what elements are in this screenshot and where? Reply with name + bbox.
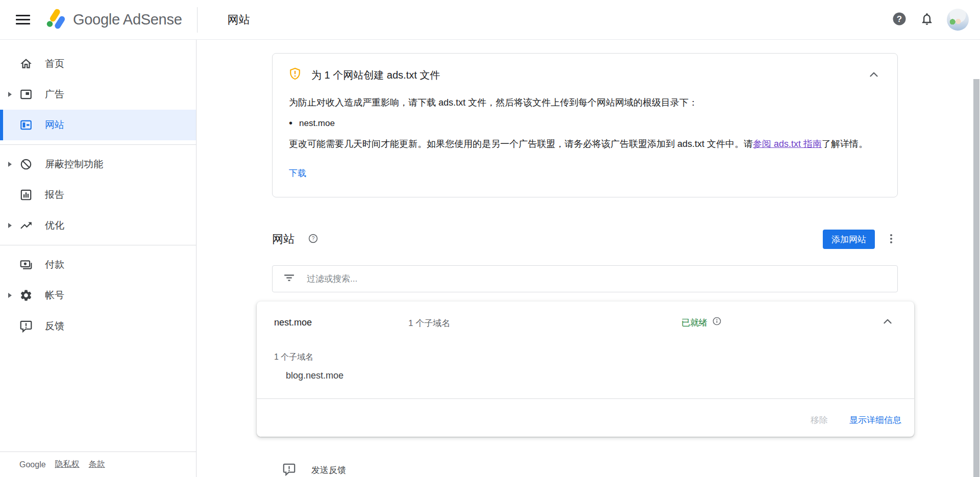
sidebar-item-home[interactable]: 首页 [0, 48, 196, 79]
google-brand-label: Google [19, 460, 46, 469]
expand-arrow-icon [8, 92, 12, 97]
sidebar-item-label: 付款 [45, 258, 64, 271]
bar-chart-icon [19, 188, 33, 202]
adstxt-alert-card: 为 1 个网站创建 ads.txt 文件 为防止对收入造成严重影响，请下载 ad… [272, 53, 898, 197]
adsense-logo-icon [43, 7, 67, 33]
sidebar-item-blocking-controls[interactable]: 屏蔽控制功能 [0, 149, 196, 180]
notifications-button[interactable] [920, 12, 934, 28]
sites-icon [19, 118, 33, 132]
site-card-footer: 移除 显示详细信息 [257, 399, 914, 441]
subdomain-count: 1 个子域名 [408, 317, 450, 329]
bell-icon [920, 12, 934, 28]
alert-site-item: nest.moe [289, 117, 881, 129]
svg-text:?: ? [897, 14, 902, 24]
feedback-bubble-icon [19, 319, 33, 333]
show-details-button[interactable]: 显示详细信息 [843, 410, 908, 431]
sidebar-item-label: 反馈 [45, 319, 64, 333]
expanded-subdomain-label: 1 个子域名 [274, 352, 914, 363]
site-collapse-button[interactable] [877, 313, 898, 331]
sidebar-item-account[interactable]: 帐号 [0, 280, 196, 311]
terms-link[interactable]: 条款 [89, 459, 105, 470]
alert-site-list: nest.moe [273, 117, 897, 129]
expand-arrow-icon [8, 223, 12, 228]
sidebar: 首页 广告 网站 屏蔽控制功能 报告 [0, 40, 197, 477]
info-icon[interactable] [712, 316, 722, 329]
ads-icon [19, 88, 33, 101]
help-icon: ? [892, 11, 907, 28]
sites-section-header: 网站 ? 添加网站 [272, 229, 898, 250]
site-domain: nest.moe [274, 317, 312, 328]
gear-icon [19, 289, 33, 302]
alert-title: 为 1 个网站创建 ads.txt 文件 [311, 68, 440, 82]
product-name: Google AdSense [73, 11, 182, 28]
top-app-bar: Google AdSense 网站 ? [0, 0, 980, 40]
add-site-button[interactable]: 添加网站 [823, 230, 875, 249]
send-feedback-button[interactable]: 发送反馈 [282, 462, 346, 477]
feedback-bubble-icon [282, 462, 296, 477]
sidebar-item-label: 网站 [45, 118, 64, 132]
vertical-dots-icon [885, 233, 897, 246]
privacy-link[interactable]: 隐私权 [55, 459, 80, 470]
sidebar-item-optimization[interactable]: 优化 [0, 210, 196, 241]
remove-button[interactable]: 移除 [804, 410, 834, 431]
filter-input[interactable] [307, 274, 887, 284]
sidebar-item-label: 首页 [45, 57, 64, 70]
alert-collapse-button[interactable] [864, 66, 884, 84]
alert-note-before: 更改可能需要几天时间才能更新。如果您使用的是另一个广告联盟，请务必将该广告联盟添… [289, 139, 753, 149]
sidebar-divider [0, 245, 196, 245]
chevron-up-icon [867, 68, 880, 83]
site-card: nest.moe 1 个子域名 已就绪 1 个子域名 blog.nest.moe… [257, 302, 914, 437]
trending-up-icon [19, 219, 33, 232]
alert-body-text: 为防止对收入造成严重影响，请下载 ads.txt 文件，然后将该文件上传到每个网… [273, 96, 897, 109]
avatar[interactable] [947, 9, 969, 31]
scrollbar-thumb[interactable] [973, 79, 979, 477]
topbar-divider [197, 7, 198, 33]
filter-icon [283, 271, 296, 286]
sites-help-icon[interactable]: ? [308, 233, 318, 246]
block-icon [19, 158, 33, 171]
site-card-header[interactable]: nest.moe 1 个子域名 已就绪 [257, 302, 914, 342]
subdomain-item[interactable]: blog.nest.moe [286, 370, 914, 381]
sidebar-item-feedback[interactable]: 反馈 [0, 311, 196, 341]
filter-bar [272, 265, 898, 292]
sidebar-item-payments[interactable]: 付款 [0, 249, 196, 280]
feedback-label: 发送反馈 [311, 464, 346, 476]
payments-icon [19, 258, 33, 271]
sidebar-item-label: 屏蔽控制功能 [45, 158, 103, 171]
sites-title: 网站 [272, 232, 295, 247]
sidebar-item-label: 报告 [45, 188, 64, 202]
svg-text:?: ? [312, 236, 315, 241]
adsense-logo[interactable]: Google AdSense [43, 7, 182, 33]
sidebar-item-label: 帐号 [45, 289, 64, 302]
home-icon [19, 57, 33, 70]
status-badge: 已就绪 [681, 316, 722, 329]
sidebar-footer: Google 隐私权 条款 [0, 451, 196, 477]
sidebar-item-reports[interactable]: 报告 [0, 180, 196, 210]
page-title: 网站 [227, 12, 250, 28]
sidebar-item-label: 广告 [45, 88, 64, 101]
sidebar-item-ads[interactable]: 广告 [0, 79, 196, 110]
alert-note-text: 更改可能需要几天时间才能更新。如果您使用的是另一个广告联盟，请务必将该广告联盟添… [273, 138, 897, 150]
warning-shield-icon [288, 67, 302, 83]
hamburger-menu-icon[interactable] [16, 14, 31, 26]
alert-note-after: 了解详情。 [822, 139, 868, 149]
download-button[interactable]: 下载 [281, 163, 314, 184]
expand-arrow-icon [8, 162, 12, 167]
chevron-up-icon [881, 315, 894, 330]
sidebar-item-sites[interactable]: 网站 [0, 110, 196, 140]
help-button[interactable]: ? [892, 11, 907, 28]
main-content: 为 1 个网站创建 ads.txt 文件 为防止对收入造成严重影响，请下载 ad… [197, 40, 980, 477]
sidebar-divider [0, 144, 196, 145]
status-label: 已就绪 [681, 317, 707, 329]
adstxt-guide-link[interactable]: 参阅 ads.txt 指南 [753, 139, 822, 149]
expand-arrow-icon [8, 293, 12, 298]
more-options-button[interactable] [885, 230, 898, 249]
sidebar-item-label: 优化 [45, 219, 64, 232]
